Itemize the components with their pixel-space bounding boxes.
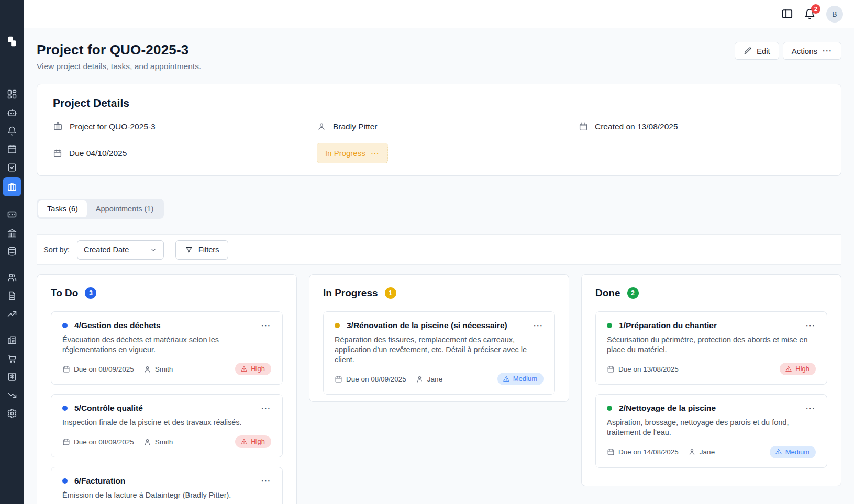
sidebar-item-projects[interactable] xyxy=(3,177,21,196)
card-menu-icon[interactable]: ⋯ xyxy=(805,323,816,328)
column-header: To Do 3 xyxy=(51,287,283,299)
detail-project-name-text: Project for QUO-2025-3 xyxy=(70,122,156,131)
project-details-card: Project Details Project for QUO-2025-3 B… xyxy=(37,84,841,176)
ellipsis-icon: ⋯ xyxy=(371,151,380,156)
sidebar-item-notifications[interactable] xyxy=(3,121,21,140)
column-header: In Progress 1 xyxy=(323,287,555,299)
project-details-grid: Project for QUO-2025-3 Bradly Pitter Cre… xyxy=(53,121,825,163)
sidebar-item-bank[interactable] xyxy=(3,223,21,242)
warning-icon xyxy=(240,438,248,445)
calendar-icon xyxy=(607,448,615,456)
column-cards: 3/Rénovation de la piscine (si nécessair… xyxy=(323,311,555,395)
sidebar-item-payments[interactable] xyxy=(3,205,21,223)
card-menu-icon[interactable]: ⋯ xyxy=(261,406,271,411)
task-assignee: Jane xyxy=(416,375,442,383)
sidebar-nav xyxy=(3,85,21,432)
calendar-icon xyxy=(62,438,70,446)
warning-icon xyxy=(240,365,248,373)
dashboard-grid-icon xyxy=(7,89,17,99)
detail-due: Due 04/10/2025 xyxy=(53,149,317,158)
fax-icon xyxy=(7,335,17,345)
task-due: Due on 08/09/2025 xyxy=(62,365,134,373)
warning-icon xyxy=(785,365,792,373)
task-card[interactable]: 4/Gestion des déchets ⋯ Évacuation des d… xyxy=(51,311,283,385)
sidebar-item-purchases[interactable] xyxy=(3,349,21,367)
person-icon xyxy=(143,365,151,373)
card-menu-icon[interactable]: ⋯ xyxy=(805,406,816,411)
sidebar-item-analytics[interactable] xyxy=(3,305,21,323)
calendar-icon xyxy=(62,365,70,373)
edit-button[interactable]: Edit xyxy=(735,42,779,60)
task-card[interactable]: 1/Préparation du chantier ⋯ Sécurisation… xyxy=(595,311,827,385)
task-card[interactable]: 3/Rénovation de la piscine (si nécessair… xyxy=(323,311,555,395)
sidebar-item-invoices[interactable] xyxy=(3,367,21,386)
kanban-board: To Do 3 4/Gestion des déchets ⋯ Évacuati… xyxy=(37,274,841,504)
briefcase-icon xyxy=(7,182,17,192)
filter-funnel-icon xyxy=(185,245,193,254)
task-description: Réparation des fissures, remplacement de… xyxy=(335,335,544,365)
column-header: Done 2 xyxy=(595,287,827,299)
sidebar-divider xyxy=(6,264,18,264)
task-card[interactable]: 2/Nettoyage de la piscine ⋯ Aspiration, … xyxy=(595,394,827,467)
warning-icon xyxy=(775,448,782,455)
task-description: Évacuation des déchets et matériaux selo… xyxy=(62,335,271,355)
card-menu-icon[interactable]: ⋯ xyxy=(533,323,544,328)
tab-tasks[interactable]: Tasks (6) xyxy=(38,200,87,217)
task-card[interactable]: 6/Facturation ⋯ Émission de la facture à… xyxy=(51,467,283,504)
sidebar xyxy=(0,0,24,504)
sidebar-item-expenses[interactable] xyxy=(3,386,21,404)
tabs-divider xyxy=(37,226,841,226)
task-title: 1/Préparation du chantier xyxy=(619,321,717,330)
task-due: Due on 08/09/2025 xyxy=(62,438,134,446)
check-square-icon xyxy=(7,162,17,173)
page-subtitle: View project details, tasks, and appoint… xyxy=(37,62,201,71)
task-description: Émission de la facture à Dataintegr (Bra… xyxy=(62,490,271,500)
bank-landmark-icon xyxy=(7,228,17,238)
sidebar-item-tasks[interactable] xyxy=(3,158,21,176)
task-assignee: Jane xyxy=(688,448,715,456)
column-cards: 4/Gestion des déchets ⋯ Évacuation des d… xyxy=(51,311,283,504)
sidebar-item-fax[interactable] xyxy=(3,331,21,349)
calendar-icon xyxy=(7,144,17,154)
database-icon xyxy=(7,246,17,256)
sidebar-item-calendar[interactable] xyxy=(3,140,21,158)
priority-badge: Medium xyxy=(497,373,544,385)
detail-owner-text: Bradly Pitter xyxy=(333,122,377,131)
shopping-cart-icon xyxy=(7,353,17,364)
column-title: Done xyxy=(595,287,620,299)
status-chip[interactable]: In Progress ⋯ xyxy=(317,143,388,163)
task-description: Sécurisation du périmètre, protection de… xyxy=(607,335,816,355)
chevron-down-icon xyxy=(150,246,157,253)
sidebar-item-documents[interactable] xyxy=(3,286,21,305)
trending-down-icon xyxy=(7,390,17,400)
filters-button[interactable]: Filters xyxy=(175,240,228,260)
task-due: Due on 13/08/2025 xyxy=(607,365,679,373)
invoice-dollar-icon xyxy=(7,372,17,382)
calendar-icon xyxy=(53,149,62,158)
actions-button[interactable]: Actions ⋯ xyxy=(783,42,841,60)
detail-created-text: Created on 13/08/2025 xyxy=(595,122,678,131)
card-menu-icon[interactable]: ⋯ xyxy=(261,323,271,328)
sidebar-item-settings[interactable] xyxy=(3,404,21,422)
card-menu-icon[interactable]: ⋯ xyxy=(261,478,271,484)
notifications-button[interactable]: 2 xyxy=(804,8,816,20)
task-title: 2/Nettoyage de la piscine xyxy=(619,404,716,413)
column-count-badge: 2 xyxy=(627,287,639,299)
column-count-badge: 1 xyxy=(385,287,396,299)
filters-button-label: Filters xyxy=(198,245,219,254)
user-avatar[interactable]: B xyxy=(826,6,843,23)
task-description: Aspiration, brossage, nettoyage des paro… xyxy=(607,418,816,438)
task-card[interactable]: 5/Contrôle qualité ⋯ Inspection finale d… xyxy=(51,394,283,457)
bot-icon xyxy=(7,107,17,118)
status-dot xyxy=(62,406,68,411)
sidebar-item-database[interactable] xyxy=(3,242,21,260)
column-done: Done 2 1/Préparation du chantier ⋯ Sécur… xyxy=(581,274,841,486)
sidebar-item-dashboard[interactable] xyxy=(3,85,21,103)
column-count-badge: 3 xyxy=(85,287,96,299)
sort-select[interactable]: Created Date xyxy=(77,240,164,260)
panel-toggle-icon[interactable] xyxy=(781,8,793,20)
sort-select-value: Created Date xyxy=(84,245,129,254)
sidebar-item-contacts[interactable] xyxy=(3,268,21,286)
tab-appointments[interactable]: Appointments (1) xyxy=(87,200,162,217)
sidebar-item-assistant[interactable] xyxy=(3,103,21,121)
